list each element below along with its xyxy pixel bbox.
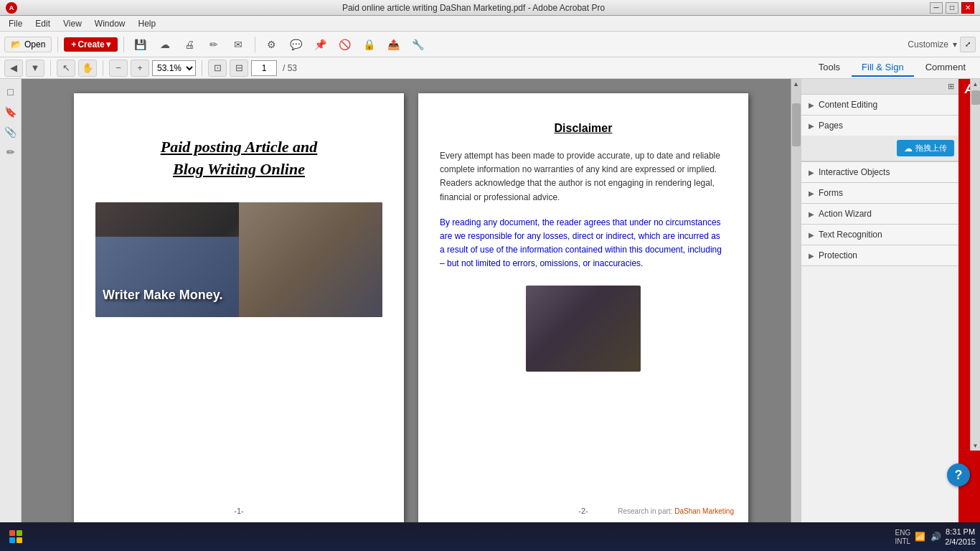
pdf-page-1: Paid posting Article andBlog Writing Onl… bbox=[74, 93, 404, 524]
menu-edit[interactable]: Edit bbox=[29, 17, 56, 30]
page-input[interactable] bbox=[251, 60, 277, 76]
print-button[interactable]: 🖨 bbox=[179, 34, 200, 55]
volume-icon[interactable]: 🔊 bbox=[929, 530, 942, 543]
comment-bubble-button[interactable]: 💬 bbox=[286, 34, 307, 55]
panel-section-interactive-objects[interactable]: ▶ Interactive Objects bbox=[801, 162, 958, 183]
forms-header[interactable]: ▶ Forms bbox=[801, 183, 958, 203]
open-label: Open bbox=[24, 39, 45, 50]
back-button[interactable]: ◀ bbox=[4, 60, 23, 77]
text-recognition-label: Text Recognition bbox=[819, 230, 882, 240]
window-controls[interactable]: ─ □ ✕ bbox=[930, 2, 974, 14]
zoom-select[interactable]: 53.1% 25% 50% 75% 100% 150% bbox=[152, 60, 196, 76]
sidebar-icon-4[interactable]: ✏ bbox=[2, 143, 19, 161]
panel-section-forms[interactable]: ▶ Forms bbox=[801, 183, 958, 204]
panel-section-pages[interactable]: ▶ Pages ☁ 拖拽上传 bbox=[801, 116, 958, 162]
right-scroll-thumb[interactable] bbox=[971, 90, 980, 105]
panel-section-action-wizard[interactable]: ▶ Action Wizard bbox=[801, 204, 958, 225]
fit-width-button[interactable]: ⊟ bbox=[230, 60, 248, 77]
menu-help[interactable]: Help bbox=[133, 17, 162, 30]
content-editing-header[interactable]: ▶ Content Editing bbox=[801, 95, 958, 115]
scroll-thumb[interactable] bbox=[792, 103, 801, 146]
lang-label: ENG bbox=[895, 529, 911, 537]
interactive-objects-label: Interactive Objects bbox=[819, 167, 890, 177]
page1-image-overlay-text: Writer Make Money. bbox=[103, 288, 222, 303]
language-indicator: ENG INTL bbox=[895, 529, 911, 545]
disclaimer-para1-text: Every attempt has been made to provide a… bbox=[440, 151, 720, 202]
create-button[interactable]: + Create ▾ bbox=[64, 37, 117, 52]
toolbar-separator-3 bbox=[255, 37, 255, 52]
email-button[interactable]: ✉ bbox=[227, 34, 249, 55]
lock-button[interactable]: 🔒 bbox=[359, 34, 380, 55]
zoom-in-button[interactable]: + bbox=[131, 60, 149, 77]
hand-tool[interactable]: ✋ bbox=[78, 60, 97, 77]
text-recognition-arrow-icon: ▶ bbox=[809, 231, 814, 239]
tab-fill-sign[interactable]: Fill & Sign bbox=[852, 59, 914, 77]
stamp-button[interactable]: 🚫 bbox=[334, 34, 356, 55]
right-scroll-down[interactable]: ▼ bbox=[971, 441, 980, 451]
start-grid-icon bbox=[9, 530, 22, 543]
panel-collapse-button[interactable]: ⊞ bbox=[948, 82, 954, 91]
action-wizard-label: Action Wizard bbox=[819, 209, 872, 219]
create-arrow-icon: ▾ bbox=[106, 39, 110, 50]
disclaimer-para1: Every attempt has been made to provide a… bbox=[440, 149, 727, 204]
protection-label: Protection bbox=[819, 250, 857, 260]
fit-page-button[interactable]: ⊡ bbox=[208, 60, 227, 77]
zoom-out-button[interactable]: − bbox=[109, 60, 128, 77]
page1-title-text: Paid posting Article andBlog Writing Onl… bbox=[95, 136, 382, 181]
tab-tools[interactable]: Tools bbox=[809, 59, 850, 77]
sidebar-icon-2[interactable]: 🔖 bbox=[2, 103, 19, 121]
menu-view[interactable]: View bbox=[57, 17, 88, 30]
scroll-up-arrow[interactable]: ▲ bbox=[792, 79, 801, 89]
cursor-tool[interactable]: ↖ bbox=[57, 60, 75, 77]
page1-images: Writer Make Money. bbox=[95, 202, 382, 317]
pages-header[interactable]: ▶ Pages bbox=[801, 116, 958, 136]
tab-comment[interactable]: Comment bbox=[915, 59, 976, 77]
menu-file[interactable]: File bbox=[3, 17, 28, 30]
main-layout: □ 🔖 📎 ✏ Paid posting Article andBlog Wri… bbox=[0, 79, 980, 551]
system-clock: 8:31 PM 2/4/2015 bbox=[945, 527, 976, 547]
right-panel: ⊞ ▶ Content Editing ▶ Pages ☁ 拖拽上传 bbox=[801, 79, 958, 551]
nav-bar: ◀ ▼ ↖ ✋ − + 53.1% 25% 50% 75% 100% 150% … bbox=[0, 57, 980, 79]
sticky-note-button[interactable]: 📌 bbox=[310, 34, 331, 55]
panel-section-protection[interactable]: ▶ Protection bbox=[801, 245, 958, 266]
forward-button[interactable]: ▼ bbox=[26, 60, 44, 77]
left-sidebar: □ 🔖 📎 ✏ bbox=[0, 79, 22, 551]
content-editing-label: Content Editing bbox=[819, 100, 877, 110]
right-panel-header: ⊞ bbox=[801, 79, 958, 95]
maximize-button[interactable]: □ bbox=[946, 2, 958, 14]
create-label: Create bbox=[77, 39, 104, 50]
open-button[interactable]: 📂 Open bbox=[4, 37, 52, 52]
sidebar-icon-1[interactable]: □ bbox=[2, 83, 19, 100]
tools-tabs: Tools Fill & Sign Comment bbox=[809, 59, 976, 77]
taskbar: ENG INTL 📶 🔊 8:31 PM 2/4/2015 bbox=[0, 522, 980, 551]
expand-button[interactable]: ⤢ bbox=[960, 37, 976, 52]
edit-button[interactable]: ✏ bbox=[203, 34, 225, 55]
network-icon[interactable]: 📶 bbox=[913, 530, 926, 543]
title-bar: A Paid online article writing DaShan Mar… bbox=[0, 0, 980, 16]
upload-button[interactable]: ☁ 拖拽上传 bbox=[897, 140, 954, 156]
start-button[interactable] bbox=[4, 525, 27, 548]
right-scroll-up[interactable]: ▲ bbox=[971, 79, 980, 89]
minimize-button[interactable]: ─ bbox=[930, 2, 943, 14]
panel-section-content-editing[interactable]: ▶ Content Editing bbox=[801, 95, 958, 116]
action-wizard-header[interactable]: ▶ Action Wizard bbox=[801, 204, 958, 224]
forms-label: Forms bbox=[819, 188, 843, 198]
pages-label: Pages bbox=[819, 121, 843, 131]
close-button[interactable]: ✕ bbox=[961, 2, 974, 14]
right-panel-scrollbar[interactable]: ▲ ▼ bbox=[970, 79, 980, 451]
upload-label: 拖拽上传 bbox=[915, 143, 947, 154]
sidebar-icon-3[interactable]: 📎 bbox=[2, 123, 19, 141]
menu-window[interactable]: Window bbox=[89, 17, 131, 30]
text-recognition-header[interactable]: ▶ Text Recognition bbox=[801, 225, 958, 245]
customize-area[interactable]: Customize ▾ bbox=[908, 39, 957, 50]
help-button[interactable]: ? bbox=[947, 463, 970, 486]
adjust-button[interactable]: 🔧 bbox=[407, 34, 429, 55]
pdf-scrollbar[interactable]: ▲ ▼ bbox=[791, 79, 801, 551]
settings-button[interactable]: ⚙ bbox=[261, 34, 283, 55]
panel-section-text-recognition[interactable]: ▶ Text Recognition bbox=[801, 225, 958, 245]
protection-header[interactable]: ▶ Protection bbox=[801, 245, 958, 265]
cloud-button[interactable]: ☁ bbox=[154, 34, 176, 55]
share-button[interactable]: 📤 bbox=[383, 34, 405, 55]
interactive-objects-header[interactable]: ▶ Interactive Objects bbox=[801, 162, 958, 182]
save-button[interactable]: 💾 bbox=[130, 34, 151, 55]
